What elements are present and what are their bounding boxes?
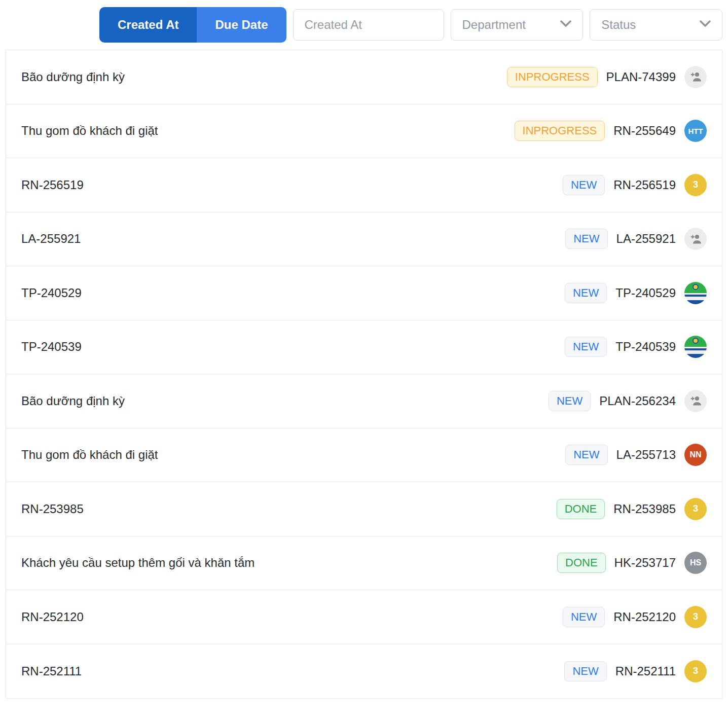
- assignee-avatar[interactable]: [684, 390, 707, 412]
- task-row[interactable]: Thu gom đồ khách đi giặt NEW LA-255713 N…: [6, 428, 722, 483]
- logo-emblem: [693, 284, 699, 290]
- task-title: Thu gom đồ khách đi giặt: [21, 124, 158, 138]
- assignee-avatar[interactable]: [684, 228, 707, 250]
- date-mode-toggle: Created At Due Date: [99, 7, 286, 43]
- status-select-label: Status: [601, 18, 636, 32]
- assignee-avatar[interactable]: 3: [684, 498, 707, 520]
- assignee-avatar[interactable]: 3: [684, 660, 707, 682]
- department-select-label: Department: [462, 18, 526, 32]
- task-row-right: DONE RN-253985 3: [557, 498, 707, 520]
- status-badge: NEW: [549, 391, 591, 411]
- task-row-right: INPROGRESS PLAN-74399: [507, 66, 707, 88]
- task-row[interactable]: TP-240529 NEW TP-240529: [6, 266, 722, 320]
- task-code: RN-255649: [613, 124, 676, 138]
- task-code: TP-240539: [615, 340, 676, 354]
- task-title: Khách yêu cầu setup thêm gối và khăn tắm: [21, 556, 254, 570]
- assignee-avatar[interactable]: HTT: [684, 120, 707, 142]
- task-title: RN-256519: [21, 178, 84, 192]
- task-row-right: DONE HK-253717 HS: [557, 552, 707, 574]
- task-code: PLAN-256234: [599, 394, 676, 408]
- status-select[interactable]: Status: [590, 9, 722, 41]
- person-add-icon: [689, 70, 703, 84]
- task-row-right: NEW RN-256519 3: [563, 174, 707, 196]
- logo-emblem: [693, 338, 699, 344]
- status-badge: NEW: [565, 337, 607, 357]
- task-row[interactable]: RN-256519 NEW RN-256519 3: [6, 158, 722, 212]
- created-at-toggle-button[interactable]: Created At: [99, 7, 197, 43]
- task-title: TP-240529: [21, 286, 82, 300]
- task-row[interactable]: Bão dưỡng định kỳ INPROGRESS PLAN-74399: [6, 50, 722, 104]
- department-select[interactable]: Department: [451, 9, 584, 41]
- task-row[interactable]: RN-253985 DONE RN-253985 3: [6, 482, 722, 536]
- task-row[interactable]: RN-252111 NEW RN-252111 3: [6, 644, 722, 699]
- assignee-avatar[interactable]: [684, 336, 707, 358]
- assignee-avatar[interactable]: [684, 282, 707, 304]
- task-title: RN-253985: [21, 502, 84, 516]
- task-row-right: NEW RN-252120 3: [563, 606, 707, 628]
- assignee-avatar[interactable]: NN: [684, 444, 707, 466]
- task-row-right: NEW LA-255921: [565, 228, 707, 250]
- status-badge: NEW: [563, 175, 605, 195]
- task-code: HK-253717: [614, 556, 676, 570]
- task-code: RN-256519: [613, 178, 676, 192]
- person-add-icon: [689, 394, 703, 408]
- toolbar: Created At Due Date Department Status: [6, 7, 722, 43]
- task-title: Bão dưỡng định kỳ: [21, 70, 125, 84]
- status-badge: NEW: [563, 607, 605, 627]
- task-code: RN-252111: [615, 664, 676, 678]
- task-row[interactable]: LA-255921 NEW LA-255921: [6, 212, 722, 267]
- task-row-right: NEW TP-240529: [565, 282, 707, 304]
- task-code: PLAN-74399: [606, 70, 676, 84]
- task-title: TP-240539: [21, 340, 82, 354]
- task-row[interactable]: Bão dưỡng định kỳ NEW PLAN-256234: [6, 374, 722, 428]
- task-row[interactable]: RN-252120 NEW RN-252120 3: [6, 590, 722, 644]
- person-add-icon: [689, 232, 703, 246]
- created-at-input[interactable]: [293, 9, 444, 41]
- task-row[interactable]: Thu gom đồ khách đi giặt INPROGRESS RN-2…: [6, 104, 722, 159]
- task-code: LA-255713: [616, 448, 676, 462]
- task-code: RN-252120: [613, 610, 676, 624]
- task-code: RN-253985: [613, 502, 676, 516]
- assignee-avatar[interactable]: 3: [684, 606, 707, 628]
- status-badge: NEW: [564, 661, 606, 681]
- task-row-right: INPROGRESS RN-255649 HTT: [515, 120, 707, 142]
- task-list: Bão dưỡng định kỳ INPROGRESS PLAN-74399 …: [6, 50, 722, 699]
- task-row[interactable]: TP-240539 NEW TP-240539: [6, 320, 722, 375]
- task-row-right: NEW LA-255713 NN: [565, 444, 707, 466]
- status-badge: DONE: [557, 553, 606, 573]
- task-title: RN-252120: [21, 610, 84, 624]
- status-badge: NEW: [565, 283, 607, 303]
- task-title: RN-252111: [21, 664, 82, 678]
- assignee-avatar[interactable]: HS: [684, 552, 707, 574]
- status-badge: DONE: [557, 499, 605, 519]
- status-badge: NEW: [565, 445, 607, 465]
- status-badge: INPROGRESS: [507, 67, 598, 87]
- assignee-avatar[interactable]: [684, 66, 707, 88]
- task-row-right: NEW PLAN-256234: [549, 390, 707, 412]
- status-badge: INPROGRESS: [515, 121, 605, 141]
- task-row-right: NEW TP-240539: [565, 336, 707, 358]
- chevron-down-icon: [560, 20, 571, 29]
- task-title: LA-255921: [21, 232, 81, 246]
- status-badge: NEW: [565, 229, 607, 249]
- task-code: LA-255921: [616, 232, 676, 246]
- task-row[interactable]: Khách yêu cầu setup thêm gối và khăn tắm…: [6, 536, 722, 591]
- task-code: TP-240529: [615, 286, 676, 300]
- assignee-avatar[interactable]: 3: [684, 174, 707, 196]
- due-date-toggle-button[interactable]: Due Date: [197, 7, 286, 43]
- task-title: Thu gom đồ khách đi giặt: [21, 448, 158, 462]
- task-row-right: NEW RN-252111 3: [564, 660, 707, 682]
- task-title: Bão dưỡng định kỳ: [21, 394, 125, 408]
- chevron-down-icon: [700, 20, 711, 29]
